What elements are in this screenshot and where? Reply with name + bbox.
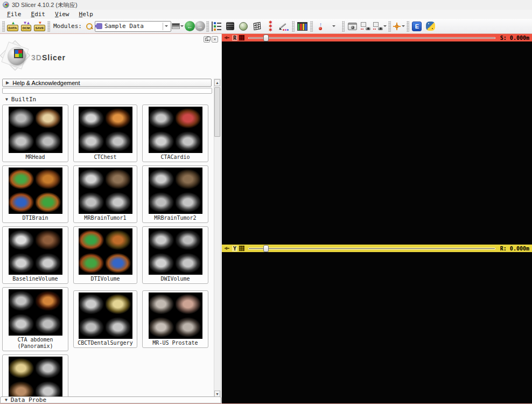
crosshair-button[interactable] [392, 19, 405, 33]
toolbar-drag-handle[interactable] [2, 21, 5, 32]
slider-handle[interactable] [263, 34, 269, 41]
sample-thumbnail [9, 107, 62, 153]
scrollbar-track[interactable] [214, 86, 220, 391]
module-forward-button[interactable]: → [195, 21, 205, 31]
show-module-finder-button[interactable] [210, 19, 223, 33]
load-data-button[interactable]: ▲ DATA [6, 19, 19, 33]
help-section-label: Help & Acknowledgement [12, 80, 80, 86]
layout-selector-button[interactable] [296, 19, 309, 33]
module-selector-dropdown[interactable] [163, 23, 170, 30]
models-module-button[interactable] [237, 19, 250, 33]
scrollbar-thumb[interactable] [214, 87, 220, 137]
sample-data-card[interactable]: DTIVolume [73, 226, 137, 284]
sample-data-card[interactable]: CTACardio [142, 105, 208, 162]
chevron-down-icon: ▼ [5, 97, 8, 102]
module-history-button[interactable] [171, 19, 185, 33]
red-slice-slider[interactable] [247, 34, 496, 41]
thumbnail-tile [176, 191, 202, 214]
red-pin-button[interactable] [223, 35, 230, 41]
yellow-slice-slider[interactable] [247, 245, 496, 252]
sample-card-label: MRHead [25, 154, 45, 161]
red-slice-view[interactable] [222, 41, 532, 245]
thumbnail-tile [149, 228, 176, 252]
module-selector[interactable]: Sample Data [95, 21, 171, 32]
module-puzzle-icon [96, 23, 102, 29]
thumbnail-tile [106, 130, 132, 153]
screenshot-camera-icon [348, 23, 357, 30]
sample-data-card[interactable]: MRHead [2, 105, 68, 162]
toolbar-drag-handle[interactable] [310, 21, 313, 32]
save-data-button[interactable]: ▼ SAVE [33, 19, 46, 33]
toolbar-drag-handle[interactable] [292, 21, 295, 32]
red-slice-link-icon[interactable] [239, 35, 244, 40]
thumbnail-tile [79, 292, 106, 316]
toolbar-drag-handle[interactable] [47, 21, 50, 32]
close-icon: × [213, 37, 216, 42]
extensions-manager-button[interactable]: E [410, 19, 424, 33]
toolbar-drag-handle[interactable] [206, 21, 209, 32]
pin-icon [227, 248, 229, 249]
sample-data-card[interactable]: CBCTDentalSurgery [73, 290, 137, 348]
builtin-section[interactable]: ▼ BuiltIn [0, 95, 214, 103]
sample-data-card[interactable]: BaselineVolume [2, 226, 68, 284]
panel-scrollbar[interactable]: ▲ ▼ [214, 79, 221, 398]
yellow-slice-view[interactable] [222, 252, 532, 403]
crosshair-icon [393, 22, 401, 31]
yellow-slice-link-icon[interactable] [239, 246, 244, 251]
toolbar-drag-handle[interactable] [342, 21, 345, 32]
scene-view-restore-button[interactable] [373, 19, 387, 33]
load-data-arrow-icon: ▲ [11, 21, 15, 25]
scroll-up-button[interactable]: ▲ [214, 79, 220, 86]
scene-view-capture-button[interactable] [359, 19, 373, 33]
sample-data-card[interactable]: CTA abdomen (Panoramix) [2, 287, 68, 351]
load-dicom-button[interactable]: ▼▲ DCM [19, 19, 33, 33]
thumbnail-tile [9, 357, 36, 380]
builtin-section-label: BuiltIn [11, 96, 36, 103]
sample-data-card[interactable]: MRBrainTumor1 [73, 165, 137, 223]
menu-file[interactable]: File [2, 10, 26, 18]
thumbnail-tile [9, 107, 36, 130]
module-back-button[interactable]: ← [185, 21, 195, 31]
yellow-pin-button[interactable] [223, 246, 230, 252]
sample-card-label: DTIVolume [90, 276, 120, 282]
menu-help[interactable]: Help [74, 10, 99, 18]
close-panel-button[interactable]: × [212, 36, 218, 43]
modules-label: Modules: [53, 23, 82, 30]
sample-data-card[interactable]: DWIVolume [142, 226, 208, 284]
screenshot-button[interactable] [346, 19, 359, 33]
place-mode-dropdown-button[interactable] [327, 19, 341, 33]
thumbnail-tile [9, 380, 36, 398]
sample-data-card[interactable]: DTIBrain [2, 165, 68, 223]
toolbar-drag-handle[interactable] [388, 21, 391, 32]
chevron-down-icon [402, 25, 405, 27]
menu-edit[interactable]: Edit [26, 10, 51, 18]
sample-data-card[interactable] [2, 354, 68, 398]
python-console-button[interactable] [424, 19, 437, 33]
slider-handle[interactable] [263, 245, 269, 252]
data-probe-section[interactable]: ▼ Data Probe [0, 396, 221, 403]
module-search-icon[interactable] [86, 23, 93, 30]
red-slice-offset: S: 0.000m [499, 35, 530, 41]
sample-card-label: CTChest [94, 154, 116, 161]
undock-panel-button[interactable] [204, 36, 210, 43]
mouse-place-mode-button[interactable]: ↑ [314, 19, 327, 33]
menu-view[interactable]: View [50, 10, 74, 18]
window-title: 3D Slicer 4.10.2 (未响应) [12, 1, 78, 9]
sample-data-card[interactable]: CTChest [73, 105, 137, 162]
thumbnail-tile [106, 252, 132, 275]
sample-thumbnail [149, 168, 202, 214]
help-acknowledgement-section[interactable]: ▶ Help & Acknowledgement [2, 79, 212, 87]
sample-data-card[interactable]: MRBrainTumor2 [142, 165, 208, 223]
annotations-module-button[interactable] [277, 19, 291, 33]
toolbar-drag-handle[interactable] [407, 21, 409, 32]
sample-data-card[interactable]: MR-US Prostate [142, 290, 208, 348]
transforms-module-button[interactable] [250, 19, 264, 33]
thumbnail-tile [176, 228, 202, 252]
slider-groove [248, 248, 495, 249]
thumbnail-tile [9, 252, 36, 275]
markups-module-button[interactable]: ∗∗∗ [264, 19, 277, 33]
thumbnail-tile [79, 168, 106, 191]
volumes-module-button[interactable] [223, 19, 237, 33]
thumbnail-tile [149, 191, 176, 214]
pin-icon [227, 37, 229, 38]
